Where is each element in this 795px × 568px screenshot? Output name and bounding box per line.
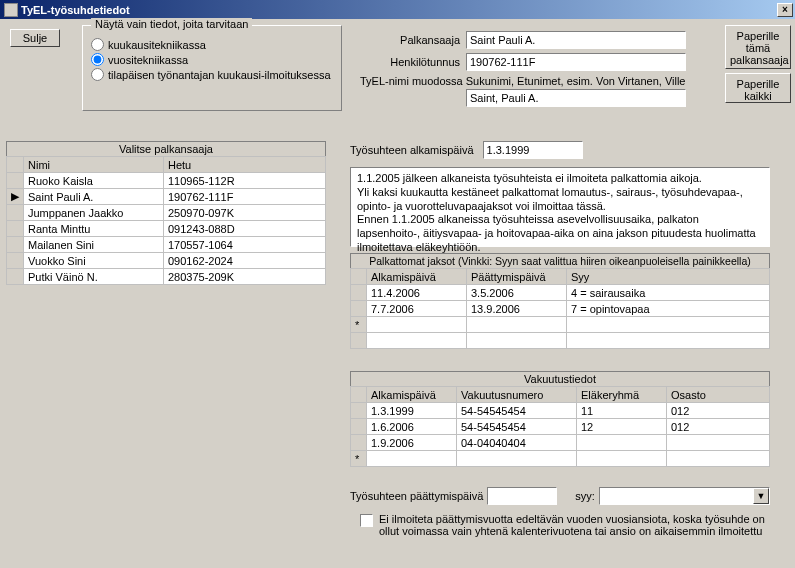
radio-year[interactable]: [91, 53, 104, 66]
window-close-button[interactable]: ×: [777, 3, 793, 17]
new-row[interactable]: *: [351, 317, 770, 333]
insurance-title: Vakuutustiedot: [350, 371, 770, 386]
col-hetu[interactable]: Hetu: [164, 157, 326, 173]
col-ins-group[interactable]: Eläkeryhmä: [577, 387, 667, 403]
unpaid-title: Palkattomat jaksot (Vinkki: Syyn saat va…: [350, 253, 770, 268]
col-unpaid-start[interactable]: Alkamispäivä: [367, 269, 467, 285]
col-ins-num[interactable]: Vakuutusnumero: [457, 387, 577, 403]
col-nimi[interactable]: Nimi: [24, 157, 164, 173]
employee-table[interactable]: Nimi Hetu Ruoko Kaisla110965-112R▶Saint …: [6, 156, 326, 285]
print-all-button[interactable]: Paperille kaikki: [725, 73, 791, 103]
table-row[interactable]: Ranta Minttu091243-088D: [7, 221, 326, 237]
col-ins-dept[interactable]: Osasto: [667, 387, 770, 403]
print-current-button[interactable]: Paperille tämä palkansaaja: [725, 25, 791, 69]
col-unpaid-end[interactable]: Päättymispäivä: [467, 269, 567, 285]
close-button[interactable]: Sulje: [10, 29, 60, 47]
input-end-date[interactable]: [487, 487, 557, 505]
label-tyel-name: TyEL-nimi muodossa Sukunimi, Etunimet, e…: [360, 75, 685, 87]
table-row[interactable]: ▶Saint Pauli A.190762-111F: [7, 189, 326, 205]
col-unpaid-reason[interactable]: Syy: [567, 269, 770, 285]
table-row[interactable]: Mailanen Sini170557-1064: [7, 237, 326, 253]
table-row[interactable]: 7.7.200613.9.20067 = opintovapaa: [351, 301, 770, 317]
checkbox-no-annual-income[interactable]: [360, 514, 373, 527]
label-palkansaaja: Palkansaaja: [360, 34, 460, 46]
filter-opt-year[interactable]: vuositekniikassa: [91, 53, 333, 66]
employee-list-title: Valitse palkansaaja: [6, 141, 326, 156]
info-box: 1.1.2005 jälkeen alkaneista työsuhteista…: [350, 167, 770, 247]
input-palkansaaja[interactable]: [466, 31, 686, 49]
filter-opt-temp[interactable]: tilapäisen työnantajan kuukausi-ilmoituk…: [91, 68, 333, 81]
table-row[interactable]: 1.6.200654-5454545412012: [351, 419, 770, 435]
dropdown-end-reason[interactable]: ▼: [599, 487, 770, 505]
radio-month[interactable]: [91, 38, 104, 51]
new-row[interactable]: *: [351, 451, 770, 467]
table-row[interactable]: 1.3.199954-5454545411012: [351, 403, 770, 419]
label-start-date: Työsuhteen alkamispäivä: [350, 144, 474, 156]
col-ins-start[interactable]: Alkamispäivä: [367, 387, 457, 403]
label-end-date: Työsuhteen päättymispäivä: [350, 490, 483, 502]
filter-opt-month[interactable]: kuukausitekniikassa: [91, 38, 333, 51]
insurance-table[interactable]: Alkamispäivä Vakuutusnumero Eläkeryhmä O…: [350, 386, 770, 467]
chevron-down-icon[interactable]: ▼: [753, 488, 769, 504]
filter-legend: Näytä vain tiedot, joita tarvitaan: [91, 18, 252, 30]
checkbox-label: Ei ilmoiteta päättymisvuotta edeltävän v…: [379, 513, 770, 537]
table-row[interactable]: 11.4.20063.5.20064 = sairausaika: [351, 285, 770, 301]
window-title: TyEL-työsuhdetiedot: [21, 4, 130, 16]
table-row[interactable]: Vuokko Sini090162-2024: [7, 253, 326, 269]
input-tyel-name[interactable]: [466, 89, 686, 107]
label-hetu: Henkilötunnus: [360, 56, 460, 68]
table-row[interactable]: Jumppanen Jaakko250970-097K: [7, 205, 326, 221]
radio-temp[interactable]: [91, 68, 104, 81]
window-titlebar: TyEL-työsuhdetiedot ×: [0, 0, 795, 19]
label-end-reason: syy:: [575, 490, 595, 502]
input-start-date[interactable]: [483, 141, 583, 159]
input-hetu[interactable]: [466, 53, 686, 71]
app-icon: [4, 3, 18, 17]
table-row[interactable]: Putki Väinö N.280375-209K: [7, 269, 326, 285]
table-row[interactable]: Ruoko Kaisla110965-112R: [7, 173, 326, 189]
unpaid-table[interactable]: Alkamispäivä Päättymispäivä Syy 11.4.200…: [350, 268, 770, 349]
table-row[interactable]: 1.9.200604-04040404: [351, 435, 770, 451]
